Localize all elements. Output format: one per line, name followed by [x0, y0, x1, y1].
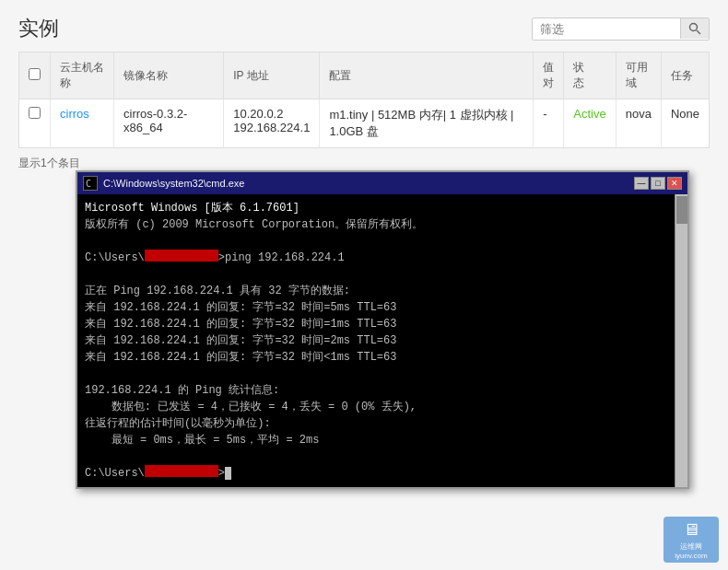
maximize-button[interactable]: □	[651, 177, 665, 190]
svg-text:C: C	[86, 179, 91, 189]
table-header-row: 云主机名称 镜像名称 IP 地址 配置 值对 状态 可用域 任务	[19, 52, 709, 99]
search-input[interactable]	[533, 18, 680, 40]
col-zone: 可用域	[616, 52, 661, 99]
search-box	[532, 17, 710, 41]
cmd-app-icon: C	[83, 176, 98, 191]
col-checkbox	[19, 52, 51, 99]
cmd-line-blank-3	[85, 366, 680, 382]
username-redact	[145, 250, 218, 262]
ip-cell: 10.20.0.2 192.168.224.1	[224, 99, 320, 148]
record-count: 显示1个条目	[18, 157, 80, 169]
col-ip: IP 地址	[224, 52, 320, 99]
table-row: cirros cirros-0.3.2-x86_64 10.20.0.2 192…	[19, 99, 709, 148]
cmd-titlebar: C C:\Windows\system32\cmd.exe — □ ✕	[77, 172, 687, 194]
cmd-line-stats-header: 192.168.224.1 的 Ping 统计信息:	[85, 382, 680, 399]
cmd-scroll-thumb	[676, 196, 687, 224]
cmd-controls: — □ ✕	[634, 177, 682, 190]
cmd-line-ping-header: 正在 Ping 192.168.224.1 具有 32 字节的数据:	[85, 283, 680, 299]
cmd-line-reply-4: 来自 192.168.224.1 的回复: 字节=32 时间<1ms TTL=6…	[85, 349, 680, 366]
search-button[interactable]	[680, 18, 709, 39]
svg-point-0	[690, 24, 698, 31]
col-keypair: 值对	[534, 52, 564, 99]
minimize-button[interactable]: —	[634, 177, 649, 190]
col-hostname: 云主机名称	[51, 52, 114, 99]
username-redact-2	[145, 465, 218, 477]
hostname-cell: cirros	[51, 99, 114, 148]
instances-table: 云主机名称 镜像名称 IP 地址 配置 值对 状态 可用域 任务 cirros	[19, 52, 709, 147]
cmd-scrollbar[interactable]	[675, 194, 687, 487]
ip-secondary: 192.168.224.1	[233, 121, 310, 134]
cmd-title-left: C C:\Windows\system32\cmd.exe	[83, 176, 244, 191]
keypair-cell: -	[534, 99, 564, 148]
cmd-line-1: Microsoft Windows [版本 6.1.7601]	[85, 200, 680, 216]
cmd-body: Microsoft Windows [版本 6.1.7601] 版权所有 (c)…	[77, 194, 687, 487]
watermark-icon: 🖥	[683, 520, 699, 540]
cmd-line-stats-packets: 数据包: 已发送 = 4，已接收 = 4，丢失 = 0 (0% 丢失),	[85, 399, 680, 415]
search-icon	[688, 22, 701, 35]
cmd-line-prompt2: C:\Users\ >_	[85, 465, 680, 482]
row-checkbox[interactable]	[29, 107, 41, 119]
hostname-link[interactable]: cirros	[60, 107, 89, 121]
page-header: 实例	[0, 0, 728, 52]
cmd-line-blank-4	[85, 448, 680, 465]
status-badge: Active	[573, 107, 605, 121]
col-image: 镜像名称	[114, 52, 224, 99]
cmd-line-blank-1	[85, 233, 680, 250]
ip-primary: 10.20.0.2	[233, 107, 283, 121]
svg-line-1	[697, 30, 700, 34]
cmd-line-2: 版权所有 (c) 2009 Microsoft Corporation。保留所有…	[85, 216, 680, 233]
config-cell: m1.tiny | 512MB 内存| 1 虚拟内核 | 1.0GB 盘	[320, 99, 534, 148]
select-all-checkbox[interactable]	[29, 68, 41, 80]
watermark: 🖥 运维网iyunv.com	[663, 517, 719, 563]
col-status: 状态	[564, 52, 616, 99]
cmd-line-rtt-values: 最短 = 0ms，最长 = 5ms，平均 = 2ms	[85, 432, 680, 448]
instances-table-container: 云主机名称 镜像名称 IP 地址 配置 值对 状态 可用域 任务 cirros	[18, 52, 710, 148]
watermark-text: 运维网iyunv.com	[675, 541, 707, 560]
zone-cell: nova	[616, 99, 661, 148]
image-cell: cirros-0.3.2-x86_64	[114, 99, 224, 148]
page-container: 实例 云主机名称 镜像名称 IP 地址 配置	[0, 0, 728, 570]
row-checkbox-cell	[19, 99, 51, 148]
status-cell: Active	[564, 99, 616, 148]
cmd-line-reply-3: 来自 192.168.224.1 的回复: 字节=32 时间=2ms TTL=6…	[85, 332, 680, 349]
page-title: 实例	[18, 15, 59, 42]
close-button[interactable]: ✕	[667, 177, 682, 190]
col-task: 任务	[661, 52, 709, 99]
cmd-line-reply-1: 来自 192.168.224.1 的回复: 字节=32 时间=5ms TTL=6…	[85, 299, 680, 316]
cmd-line-blank-2	[85, 266, 680, 283]
cmd-line-reply-2: 来自 192.168.224.1 的回复: 字节=32 时间=1ms TTL=6…	[85, 316, 680, 332]
cmd-line-prompt: C:\Users\ >ping 192.168.224.1	[85, 250, 680, 266]
task-cell: None	[661, 99, 709, 148]
cmd-window[interactable]: C C:\Windows\system32\cmd.exe — □ ✕ Micr…	[76, 170, 689, 489]
col-config: 配置	[320, 52, 534, 99]
cmd-title-text: C:\Windows\system32\cmd.exe	[103, 178, 244, 189]
cmd-line-rtt-header: 往返行程的估计时间(以毫秒为单位):	[85, 415, 680, 432]
